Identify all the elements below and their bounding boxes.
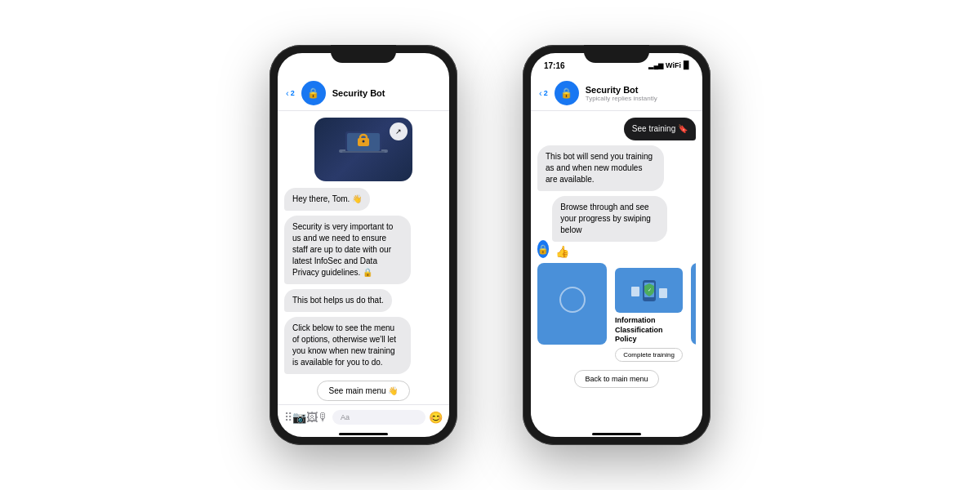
complete-training-btn[interactable]: Complete training (615, 348, 683, 362)
svg-rect-7 (552, 275, 593, 332)
msg-click-below: Click below to see the menu of options, … (284, 317, 411, 374)
phone-2: 17:16 ▂▄▆ WiFi ▉ ‹ 2 🔒 Security Bot (523, 45, 710, 445)
phone-1: ‹ 2 🔒 Security Bot (270, 45, 457, 445)
share-icon[interactable]: ↗ (390, 122, 408, 140)
svg-point-6 (363, 140, 365, 143)
sent-text: See training 🔖 (632, 124, 688, 133)
svg-rect-3 (342, 151, 385, 153)
bot-name-2: Security Bot (586, 85, 694, 95)
msg-text-2: Security is very important to us and we … (292, 222, 393, 277)
input-placeholder-1: Aa (341, 413, 350, 421)
header-info-1: Security Bot (332, 88, 441, 98)
main-training-card[interactable]: ✓ Information Classification Policy Comp… (610, 263, 688, 367)
card-title: Information Classification Policy (615, 316, 683, 345)
msg-greeting: Hey there, Tom. 👋 (284, 188, 370, 211)
card-image: ✓ (615, 268, 683, 313)
bot-msg-2: Browse through and see your progress by … (560, 203, 651, 234)
notch (331, 45, 396, 63)
bot-avatar-2: 🔒 (555, 81, 579, 105)
back-count-2: 2 (544, 89, 548, 97)
phone-2-screen: 17:16 ▂▄▆ WiFi ▉ ‹ 2 🔒 Security Bot (531, 53, 702, 437)
phone-1-screen: ‹ 2 🔒 Security Bot (278, 53, 449, 437)
bot-row: 🔒 Browse through and see your progress b… (537, 196, 696, 258)
avatar-icon-1: 🔒 (307, 87, 319, 99)
bot-shield-icon: 🔒 (537, 240, 549, 258)
training-cards-row: ✓ Information Classification Policy Comp… (537, 263, 696, 367)
back-button-1[interactable]: ‹ 2 (286, 88, 295, 98)
home-indicator-1 (339, 433, 388, 435)
wifi-icon: WiFi (666, 61, 681, 69)
svg-rect-14 (659, 288, 667, 298)
main-menu-label: See main menu 👋 (329, 386, 399, 395)
msg-bot-send: This bot will send you training as and w… (537, 145, 664, 191)
back-button-2[interactable]: ‹ 2 (539, 88, 548, 98)
msg-browse: Browse through and see your progress by … (552, 196, 667, 242)
avatar-icon-2: 🔒 (560, 87, 572, 99)
msg-see-training: See training 🔖 (624, 118, 696, 140)
camera-icon[interactable]: 📷 (292, 411, 306, 424)
image-bubble: ↗ (314, 118, 412, 181)
notch-2 (584, 45, 649, 63)
message-input-1[interactable]: Aa (332, 410, 425, 425)
thumbs-icon: 👍 (552, 245, 696, 258)
messages-1: ↗ Hey there, Tom. 👋 Security is very imp… (278, 111, 449, 404)
apps-icon[interactable]: ⠿ (284, 411, 292, 424)
training-card-prev (537, 263, 607, 345)
bot-name-1: Security Bot (332, 88, 441, 98)
status-time: 17:16 (544, 61, 565, 70)
card-prev-svg (552, 275, 593, 332)
chat-header-1: ‹ 2 🔒 Security Bot (278, 76, 449, 111)
training-card-next (691, 263, 696, 345)
mic-icon[interactable]: 🎙 (318, 411, 329, 424)
msg-text-3: This bot helps us do that. (292, 296, 384, 305)
signal-icon: ▂▄▆ (648, 62, 663, 69)
battery-icon: ▉ (684, 61, 689, 69)
bot-sub-2: Typically replies instantly (586, 95, 694, 102)
security-card-svg: ✓ (625, 272, 674, 309)
main-menu-button[interactable]: See main menu 👋 (317, 381, 411, 401)
svg-text:✓: ✓ (647, 287, 651, 292)
emoji-icon[interactable]: 😊 (429, 411, 443, 424)
status-icons: ▂▄▆ WiFi ▉ (648, 61, 689, 69)
back-main-menu-btn[interactable]: Back to main menu (574, 370, 658, 388)
photo-icon[interactable]: 🖼 (306, 411, 318, 424)
header-info-2: Security Bot Typically replies instantly (586, 85, 694, 102)
msg-text-1: Hey there, Tom. 👋 (292, 194, 362, 203)
msg-security: Security is very important to us and we … (284, 216, 411, 284)
messages-2: See training 🔖 This bot will send you tr… (531, 111, 702, 430)
msg-bot-helps: This bot helps us do that. (284, 289, 392, 312)
back-count: 2 (291, 89, 295, 97)
chat-header-2: ‹ 2 🔒 Security Bot Typically replies ins… (531, 76, 702, 111)
bot-avatar-1: 🔒 (301, 81, 326, 105)
training-swipe-section[interactable]: ✓ Information Classification Policy Comp… (537, 263, 696, 388)
bot-msg-1: This bot will send you training as and w… (546, 152, 653, 184)
home-indicator-2 (592, 433, 641, 435)
laptop-svg (331, 125, 396, 174)
svg-rect-13 (631, 287, 639, 296)
scene: ‹ 2 🔒 Security Bot (0, 0, 980, 490)
chat-toolbar-1: ⠿ 📷 🖼 🎙 Aa 😊 (278, 404, 449, 430)
msg-text-4: Click below to see the menu of options, … (292, 323, 396, 367)
